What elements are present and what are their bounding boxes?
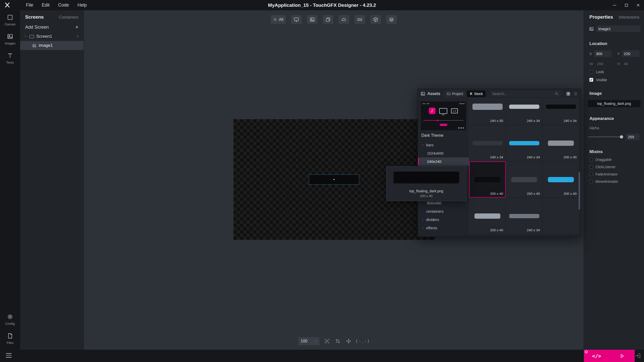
add-screen-button[interactable]: + [75, 24, 78, 30]
maximize-button[interactable] [620, 0, 632, 10]
location-heading: Location [589, 41, 644, 46]
asset-card[interactable]: 200 x 40 [506, 161, 543, 198]
tab-screens[interactable]: Screens [25, 14, 44, 20]
visible-checkbox[interactable] [589, 78, 593, 82]
clicklistener-checkbox[interactable] [589, 165, 593, 169]
filter-images-button[interactable] [307, 15, 317, 24]
assets-scrollbar[interactable] [579, 172, 580, 210]
asset-thumbnail [472, 104, 503, 110]
asset-card[interactable]: 240 x 34 [506, 125, 543, 161]
tab-project[interactable]: Project [444, 90, 466, 97]
y-input[interactable] [622, 50, 639, 57]
fit-to-screen-button[interactable] [324, 338, 330, 344]
x-input[interactable] [594, 50, 612, 57]
sidebar-label-files: Files [7, 341, 13, 345]
move-icon [346, 338, 351, 344]
list-view-icon [573, 92, 578, 96]
draggable-checkbox[interactable] [589, 158, 593, 161]
menu-edit[interactable]: Edit [37, 0, 54, 10]
tree-group-effects[interactable]: effects [418, 224, 469, 232]
assets-title: Assets [427, 91, 440, 96]
alpha-slider[interactable] [588, 137, 622, 137]
list-view-button[interactable] [572, 91, 578, 97]
tree-item-240x240[interactable]: 240x240 [418, 157, 469, 166]
lock-checkbox[interactable] [589, 70, 593, 74]
moveanimator-checkbox[interactable] [589, 180, 593, 183]
pan-button[interactable] [345, 338, 352, 344]
minimize-icon [613, 5, 616, 6]
filter-containers-button[interactable] [323, 15, 333, 24]
menu-help[interactable]: Help [73, 0, 91, 10]
tree-item-1024x600[interactable]: 1024x600 [418, 149, 469, 157]
tab-containers[interactable]: Containers [59, 15, 78, 20]
music-note-icon: ♪ [429, 108, 435, 114]
sidebar-item-config[interactable]: Config [0, 310, 20, 329]
asset-thumbnail [472, 141, 503, 145]
tree-item-screen1[interactable]: Screen1 [20, 32, 84, 41]
image-file-button[interactable]: top_floating_dark.png [588, 100, 640, 107]
filter-all-button[interactable]: All [271, 15, 286, 24]
tree-group-containers[interactable]: containers [418, 207, 469, 215]
lock-label: Lock [596, 70, 604, 74]
asset-card[interactable]: 240 x 50 [469, 99, 506, 125]
asset-card[interactable]: 240 x 34 [469, 125, 506, 161]
stack-icon [389, 17, 394, 22]
filter-stack-button[interactable] [386, 15, 397, 24]
alpha-input[interactable] [626, 133, 639, 140]
log-panel-button[interactable] [635, 353, 641, 359]
theme-preview-image[interactable]: ♪ [421, 102, 466, 130]
asset-card[interactable]: 200 x 40 [469, 198, 506, 234]
menu-code[interactable]: Code [54, 0, 73, 10]
menu-file[interactable]: File [22, 0, 37, 10]
zoom-select[interactable]: 100 [298, 337, 319, 345]
filter-misc-button[interactable] [339, 15, 349, 24]
sidebar-label-canvas: Canvas [5, 22, 16, 26]
filter-controls-button[interactable] [354, 15, 365, 24]
tab-properties[interactable]: Properties [589, 14, 613, 20]
tab-interactions[interactable]: Interactions [619, 15, 639, 20]
chevron-right-icon [421, 218, 424, 221]
asset-card[interactable]: 200 x 40 [543, 161, 579, 198]
asset-size-label: 240 x 34 [490, 155, 503, 159]
run-simulator-button[interactable] [609, 350, 635, 362]
asset-card[interactable]: 240 x 34 [506, 198, 543, 234]
sidebar-item-images[interactable]: Images [0, 29, 20, 49]
close-button[interactable]: ✕ [632, 0, 644, 10]
asset-card[interactable]: 240 x 34 [543, 99, 579, 125]
grid-view-button[interactable] [565, 91, 571, 97]
radio-icon [451, 108, 458, 113]
tree-group-dividers[interactable]: dividers [418, 215, 469, 224]
tab-stock[interactable]: Stock [467, 90, 486, 97]
fit-screen-icon [324, 338, 330, 344]
screen1-label: Screen1 [36, 34, 52, 39]
action-buttons: </> [584, 350, 635, 362]
search-input[interactable] [492, 92, 554, 96]
preview-controls [458, 127, 464, 129]
filter-shapes-button[interactable] [370, 15, 381, 24]
alpha-slider-handle[interactable] [620, 135, 623, 139]
widget-name-input[interactable] [596, 25, 640, 32]
tree-group-bars[interactable]: bars [418, 141, 469, 149]
asset-card[interactable]: 240 x 34 [506, 99, 543, 125]
filter-screens-button[interactable] [291, 15, 302, 24]
sidebar-item-texts[interactable]: Texts [0, 49, 20, 68]
sidebar-item-canvas[interactable]: Canvas [0, 10, 20, 29]
crop-button[interactable] [334, 338, 341, 344]
asset-card[interactable]: 200 x 40 [543, 125, 579, 161]
minimize-button[interactable] [609, 0, 620, 10]
hamburger-icon [273, 18, 277, 21]
asset-card-selected[interactable]: 200 x 40 [469, 161, 506, 198]
fadeanimator-checkbox[interactable] [589, 172, 593, 176]
images-icon [7, 33, 13, 40]
generate-code-button[interactable]: </> [584, 350, 609, 362]
sidebar-item-files[interactable]: Files [0, 329, 20, 350]
tree-item-image1[interactable]: image1 [20, 41, 84, 50]
assets-icon [420, 91, 425, 96]
maximize-icon [625, 4, 628, 7]
monitor-icon [439, 108, 447, 114]
w-label: W [589, 62, 593, 66]
menu-toggle-button[interactable] [6, 353, 12, 358]
assets-header: Assets Project Stock [418, 89, 581, 99]
search-icon [554, 92, 559, 96]
moveanimator-label: MoveAnimator [595, 179, 618, 184]
